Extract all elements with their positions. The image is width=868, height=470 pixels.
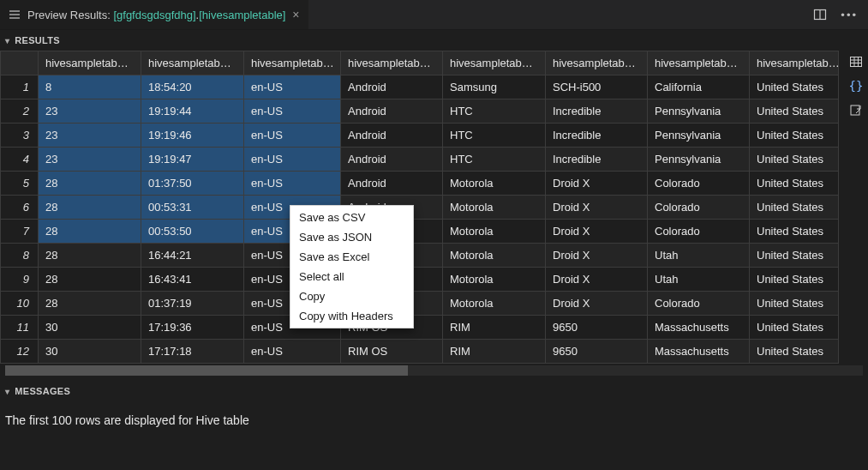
row-number[interactable]: 3 xyxy=(1,124,39,148)
grid-corner[interactable] xyxy=(1,51,39,75)
cell[interactable]: 19:19:46 xyxy=(141,124,244,148)
context-menu-item[interactable]: Save as Excel xyxy=(290,247,413,267)
table-row[interactable]: 32319:19:46en-USAndroidHTCIncrediblePenn… xyxy=(1,124,839,148)
cell[interactable]: RIM xyxy=(443,340,546,364)
row-number[interactable]: 7 xyxy=(1,220,39,244)
export-icon[interactable] xyxy=(848,102,864,118)
cell[interactable]: 28 xyxy=(39,196,141,220)
cell[interactable]: Motorola xyxy=(443,196,546,220)
split-editor-icon[interactable] xyxy=(813,8,827,21)
results-grid[interactable]: hivesampletab…hivesampletab…hivesampleta… xyxy=(0,51,839,364)
scrollbar-thumb[interactable] xyxy=(5,365,408,376)
cell[interactable]: Incredible xyxy=(546,124,648,148)
table-row[interactable]: 123017:17:18en-USRIM OSRIM9650Massachuse… xyxy=(1,340,839,364)
row-number[interactable]: 8 xyxy=(1,244,39,268)
cell[interactable]: Motorola xyxy=(443,292,546,316)
cell[interactable]: California xyxy=(648,75,750,99)
cell[interactable]: 00:53:31 xyxy=(141,196,244,220)
horizontal-scrollbar[interactable] xyxy=(5,365,863,376)
cell[interactable]: United States xyxy=(750,220,839,244)
column-header[interactable]: hivesampletab… xyxy=(443,51,546,75)
cell[interactable]: RIM OS xyxy=(341,340,443,364)
column-header[interactable]: hivesampletab… xyxy=(648,51,750,75)
table-row[interactable]: 113017:19:36en-USRIM OSRIM9650Massachuse… xyxy=(1,316,839,340)
cell[interactable]: en-US xyxy=(244,148,341,172)
cell[interactable]: Droid X xyxy=(546,268,648,292)
cell[interactable]: Colorado xyxy=(648,292,750,316)
table-row[interactable]: 92816:43:41en-USMotorolaDroid XUtahUnite… xyxy=(1,268,839,292)
cell[interactable]: 30 xyxy=(39,340,141,364)
cell[interactable]: HTC xyxy=(443,99,546,124)
cell[interactable]: 17:19:36 xyxy=(141,316,244,340)
cell[interactable]: 30 xyxy=(39,316,141,340)
table-row[interactable]: 102801:37:19en-USMotorolaDroid XColorado… xyxy=(1,292,839,316)
cell[interactable]: Samsung xyxy=(443,75,546,99)
cell[interactable]: 19:19:47 xyxy=(141,148,244,172)
cell[interactable]: 9650 xyxy=(546,316,648,340)
context-menu-item[interactable]: Save as CSV xyxy=(290,208,413,227)
cell[interactable]: en-US xyxy=(244,172,341,196)
context-menu-item[interactable]: Copy xyxy=(290,286,413,306)
editor-tab[interactable]: Preview Results: [gfgfdsgdsgfdhg].[hives… xyxy=(0,0,308,29)
cell[interactable]: 28 xyxy=(39,172,141,196)
context-menu-item[interactable]: Select all xyxy=(290,267,413,286)
cell[interactable]: Android xyxy=(341,124,443,148)
cell[interactable]: Droid X xyxy=(546,220,648,244)
more-icon[interactable]: ••• xyxy=(841,9,858,21)
cell[interactable]: United States xyxy=(750,316,839,340)
cell[interactable]: United States xyxy=(750,99,839,124)
cell[interactable]: 28 xyxy=(39,292,141,316)
cell[interactable]: Android xyxy=(341,148,443,172)
cell[interactable]: Motorola xyxy=(443,172,546,196)
cell[interactable]: United States xyxy=(750,340,839,364)
cell[interactable]: Pennsylvania xyxy=(648,99,750,124)
cell[interactable]: Android xyxy=(341,75,443,99)
table-row[interactable]: 22319:19:44en-USAndroidHTCIncrediblePenn… xyxy=(1,99,839,124)
cell[interactable]: United States xyxy=(750,244,839,268)
column-header[interactable]: hivesampletab… xyxy=(341,51,443,75)
context-menu-item[interactable]: Save as JSON xyxy=(290,227,413,247)
cell[interactable]: United States xyxy=(750,172,839,196)
row-number[interactable]: 4 xyxy=(1,148,39,172)
cell[interactable]: United States xyxy=(750,75,839,99)
context-menu-item[interactable]: Copy with Headers xyxy=(290,306,413,326)
cell[interactable]: Motorola xyxy=(443,220,546,244)
row-number[interactable]: 1 xyxy=(1,75,39,99)
cell[interactable]: 28 xyxy=(39,244,141,268)
cell[interactable]: Incredible xyxy=(546,99,648,124)
table-row[interactable]: 72800:53:50en-USMotorolaDroid XColoradoU… xyxy=(1,220,839,244)
cell[interactable]: 16:44:21 xyxy=(141,244,244,268)
cell[interactable]: RIM xyxy=(443,316,546,340)
row-number[interactable]: 6 xyxy=(1,196,39,220)
table-row[interactable]: 62800:53:31en-USAndroidMotorolaDroid XCo… xyxy=(1,196,839,220)
row-number[interactable]: 10 xyxy=(1,292,39,316)
row-number[interactable]: 9 xyxy=(1,268,39,292)
cell[interactable]: United States xyxy=(750,148,839,172)
cell[interactable]: 01:37:50 xyxy=(141,172,244,196)
cell[interactable]: Motorola xyxy=(443,244,546,268)
cell[interactable]: Massachusetts xyxy=(648,340,750,364)
cell[interactable]: 28 xyxy=(39,268,141,292)
cell[interactable]: 18:54:20 xyxy=(141,75,244,99)
cell[interactable]: United States xyxy=(750,196,839,220)
cell[interactable]: Android xyxy=(341,99,443,124)
cell[interactable]: 17:17:18 xyxy=(141,340,244,364)
cell[interactable]: Colorado xyxy=(648,220,750,244)
cell[interactable]: 23 xyxy=(39,148,141,172)
cell[interactable]: en-US xyxy=(244,124,341,148)
table-row[interactable]: 42319:19:47en-USAndroidHTCIncrediblePenn… xyxy=(1,148,839,172)
cell[interactable]: Android xyxy=(341,172,443,196)
table-row[interactable]: 52801:37:50en-USAndroidMotorolaDroid XCo… xyxy=(1,172,839,196)
cell[interactable]: Colorado xyxy=(648,172,750,196)
table-row[interactable]: 82816:44:21en-USMotorolaDroid XUtahUnite… xyxy=(1,244,839,268)
cell[interactable]: en-US xyxy=(244,75,341,99)
cell[interactable]: 16:43:41 xyxy=(141,268,244,292)
cell[interactable]: 9650 xyxy=(546,340,648,364)
column-header[interactable]: hivesampletab… xyxy=(141,51,244,75)
braces-icon[interactable]: {} xyxy=(848,78,864,93)
table-row[interactable]: 1818:54:20en-USAndroidSamsungSCH-i500Cal… xyxy=(1,75,839,99)
table-icon[interactable] xyxy=(848,54,864,69)
cell[interactable]: Pennsylvania xyxy=(648,124,750,148)
cell[interactable]: 23 xyxy=(39,99,141,124)
column-header[interactable]: hivesampletab… xyxy=(244,51,341,75)
